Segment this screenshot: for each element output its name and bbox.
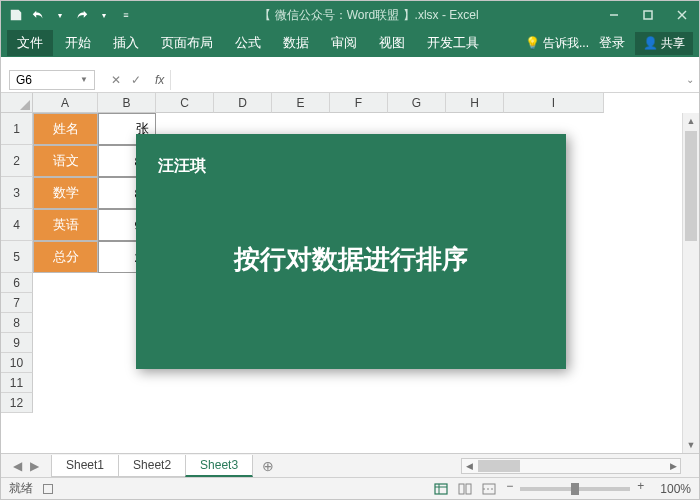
scroll-right-icon[interactable]: ▶	[666, 461, 680, 471]
cell[interactable]: 英语	[33, 209, 98, 241]
row-header[interactable]: 9	[1, 333, 33, 353]
enter-formula-icon[interactable]: ✓	[129, 73, 143, 87]
ribbon-tab[interactable]: 开发工具	[417, 30, 489, 56]
scroll-thumb[interactable]	[478, 460, 520, 472]
scroll-left-icon[interactable]: ◀	[462, 461, 476, 471]
login-link[interactable]: 登录	[593, 30, 631, 56]
select-all-corner[interactable]	[1, 93, 33, 113]
ribbon-tab[interactable]: 页面布局	[151, 30, 223, 56]
page-break-view-icon[interactable]	[478, 481, 500, 497]
tell-me-search[interactable]: 💡告诉我...	[525, 35, 589, 52]
row-header[interactable]: 10	[1, 353, 33, 373]
svg-rect-1	[644, 11, 652, 19]
row-header[interactable]: 11	[1, 373, 33, 393]
overlay-logo: 汪汪琪	[158, 156, 206, 177]
status-ready: 就绪	[9, 480, 33, 497]
person-icon: 👤	[643, 36, 658, 50]
ribbon-tab[interactable]: 开始	[55, 30, 101, 56]
cell[interactable]: 姓名	[33, 113, 98, 145]
normal-view-icon[interactable]	[430, 481, 452, 497]
formula-bar-row: G6▼ ✕ ✓ fx ⌄	[1, 67, 699, 93]
cell[interactable]: 数学	[33, 177, 98, 209]
maximize-button[interactable]	[631, 1, 665, 29]
column-header[interactable]: E	[272, 93, 330, 113]
scroll-down-icon[interactable]: ▼	[683, 437, 699, 453]
expand-formula-bar-icon[interactable]: ⌄	[681, 74, 699, 85]
row-header[interactable]: 6	[1, 273, 33, 293]
cell[interactable]: 总分	[33, 241, 98, 273]
window-title: 【 微信公众号：Word联盟 】.xlsx - Excel	[141, 7, 597, 24]
svg-rect-7	[459, 484, 464, 494]
formula-bar[interactable]	[170, 70, 681, 90]
sheet-tab[interactable]: Sheet2	[118, 455, 186, 477]
sheet-tab[interactable]: Sheet3	[185, 455, 253, 477]
column-header[interactable]: G	[388, 93, 446, 113]
scroll-thumb[interactable]	[685, 131, 697, 241]
horizontal-scrollbar[interactable]: ◀ ▶	[461, 458, 681, 474]
row-header[interactable]: 1	[1, 113, 33, 145]
overlay-banner: 汪汪琪 按行对数据进行排序	[136, 134, 566, 369]
caret-down-icon[interactable]: ▾	[51, 6, 69, 24]
share-button[interactable]: 👤共享	[635, 32, 693, 55]
svg-rect-8	[466, 484, 471, 494]
redo-icon[interactable]	[73, 6, 91, 24]
fx-icon[interactable]: fx	[149, 73, 170, 87]
title-bar: ▾ ▾ ≡ 【 微信公众号：Word联盟 】.xlsx - Excel	[1, 1, 699, 29]
column-header[interactable]: C	[156, 93, 214, 113]
caret-down-icon[interactable]: ▾	[95, 6, 113, 24]
sheet-nav-arrows[interactable]: ◀▶	[1, 459, 51, 473]
row-header[interactable]: 3	[1, 177, 33, 209]
vertical-scrollbar[interactable]: ▲ ▼	[682, 113, 699, 453]
zoom-thumb[interactable]	[571, 483, 579, 495]
column-header[interactable]: I	[504, 93, 604, 113]
row-header[interactable]: 12	[1, 393, 33, 413]
row-header[interactable]: 2	[1, 145, 33, 177]
ribbon-tab[interactable]: 数据	[273, 30, 319, 56]
row-header[interactable]: 4	[1, 209, 33, 241]
status-bar: 就绪 100%	[1, 477, 699, 499]
column-header[interactable]: D	[214, 93, 272, 113]
view-buttons	[430, 481, 500, 497]
window-controls	[597, 1, 699, 29]
macro-record-icon[interactable]	[43, 484, 53, 494]
zoom-slider[interactable]	[520, 487, 630, 491]
column-header[interactable]: F	[330, 93, 388, 113]
row-header[interactable]: 5	[1, 241, 33, 273]
minimize-button[interactable]	[597, 1, 631, 29]
zoom-level[interactable]: 100%	[660, 482, 691, 496]
ribbon: 文件 开始 插入 页面布局 公式 数据 审阅 视图 开发工具 💡告诉我... 登…	[1, 29, 699, 57]
ribbon-tab[interactable]: 公式	[225, 30, 271, 56]
cancel-formula-icon[interactable]: ✕	[109, 73, 123, 87]
ribbon-tab[interactable]: 审阅	[321, 30, 367, 56]
column-header[interactable]: H	[446, 93, 504, 113]
column-header[interactable]: B	[98, 93, 156, 113]
undo-icon[interactable]	[29, 6, 47, 24]
column-headers[interactable]: ABCDEFGHI	[33, 93, 604, 113]
sheet-tab-bar: ◀▶ Sheet1Sheet2Sheet3 ⊕ ◀ ▶	[1, 453, 699, 477]
sheet-tab[interactable]: Sheet1	[51, 455, 119, 477]
ribbon-tab[interactable]: 视图	[369, 30, 415, 56]
scroll-up-icon[interactable]: ▲	[683, 113, 699, 129]
close-button[interactable]	[665, 1, 699, 29]
column-header[interactable]: A	[33, 93, 98, 113]
ribbon-tab[interactable]: 插入	[103, 30, 149, 56]
save-icon[interactable]	[7, 6, 25, 24]
row-headers[interactable]: 123456789101112	[1, 113, 33, 413]
cell[interactable]: 语文	[33, 145, 98, 177]
name-box[interactable]: G6▼	[9, 70, 95, 90]
bulb-icon: 💡	[525, 36, 540, 50]
add-sheet-button[interactable]: ⊕	[252, 456, 284, 476]
file-tab[interactable]: 文件	[7, 30, 53, 56]
overlay-title: 按行对数据进行排序	[136, 242, 566, 277]
row-header[interactable]: 8	[1, 313, 33, 333]
qat-customize-icon[interactable]: ≡	[117, 6, 135, 24]
page-layout-view-icon[interactable]	[454, 481, 476, 497]
caret-down-icon: ▼	[80, 75, 88, 84]
quick-access-toolbar: ▾ ▾ ≡	[1, 6, 141, 24]
row-header[interactable]: 7	[1, 293, 33, 313]
svg-rect-4	[435, 484, 447, 494]
